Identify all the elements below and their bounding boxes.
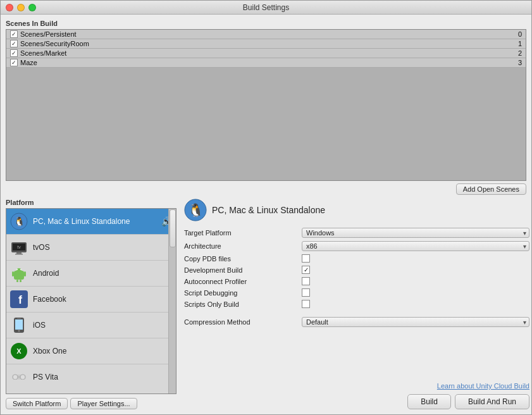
architecture-select-wrapper: x86 x86_64 <box>302 241 529 251</box>
scene-checkbox-0[interactable]: ✓ <box>10 30 18 38</box>
right-bottom: Learn about Unity Cloud Build Build Buil… <box>184 327 529 409</box>
tvos-icon: tv <box>10 238 28 256</box>
copy-pdb-label: Copy PDB files <box>184 255 298 263</box>
target-platform-select-wrapper: Windows Mac OS X Linux <box>302 228 529 238</box>
platform-item-label-xboxone: Xbox One <box>33 347 66 356</box>
compression-method-value: Default LZ4 LZ4HC <box>302 317 529 327</box>
platform-item-label-pc: PC, Mac & Linux Standalone <box>33 217 130 226</box>
svg-rect-18 <box>15 319 23 330</box>
scrollbar-thumb[interactable] <box>170 209 176 247</box>
build-and-run-button[interactable]: Build And Run <box>455 394 529 409</box>
script-debugging-value <box>302 288 529 297</box>
script-debugging-checkbox[interactable] <box>302 288 310 297</box>
ios-icon <box>10 316 28 334</box>
scene-num-0: 0 <box>518 30 522 38</box>
main-content: Scenes In Build ✓ Scenes/Persistent 0 ✓ … <box>1 15 531 414</box>
scenes-list: ✓ Scenes/Persistent 0 ✓ Scenes/SecurityR… <box>6 29 526 181</box>
svg-rect-8 <box>16 268 22 272</box>
compression-method-label: Compression Method <box>184 318 298 326</box>
autoconnect-profiler-value <box>302 277 529 285</box>
build-settings-window: Build Settings Scenes In Build ✓ Scenes/… <box>0 0 532 415</box>
platform-item-android[interactable]: Android <box>6 261 176 287</box>
scene-name-2: Scenes/Market <box>20 49 66 57</box>
platform-item-label-android: Android <box>33 269 59 278</box>
copy-pdb-checkbox[interactable] <box>302 254 310 263</box>
platform-item-ios[interactable]: iOS <box>6 313 176 338</box>
svg-rect-7 <box>14 271 24 280</box>
svg-text:🐧: 🐧 <box>188 202 204 218</box>
psvita-icon <box>10 368 28 380</box>
scene-name-1: Scenes/SecurityRoom <box>20 40 89 47</box>
platform-label: Platform <box>6 199 176 206</box>
scene-item-2[interactable]: ✓ Scenes/Market 2 <box>6 49 526 58</box>
target-platform-label: Target Platform <box>184 229 298 237</box>
scripts-only-build-value <box>302 300 529 308</box>
build-button[interactable]: Build <box>407 394 451 409</box>
architecture-label: Architecture <box>184 242 298 250</box>
compression-select[interactable]: Default LZ4 LZ4HC <box>302 317 529 327</box>
platform-item-tvos[interactable]: tv tvOS <box>6 235 176 261</box>
xboxone-icon: X <box>10 342 28 360</box>
platform-item-xboxone[interactable]: X Xbox One <box>6 338 176 364</box>
svg-point-10 <box>20 269 22 270</box>
svg-point-24 <box>13 375 18 380</box>
compression-row: Compression Method Default LZ4 LZ4HC <box>184 317 529 327</box>
svg-rect-13 <box>16 280 18 282</box>
platform-item-label-ios: iOS <box>33 321 46 330</box>
svg-text:f: f <box>18 294 23 306</box>
scene-num-2: 2 <box>518 49 522 57</box>
scene-name-3: Maze <box>20 59 37 66</box>
autoconnect-profiler-label: Autoconnect Profiler <box>184 278 298 285</box>
svg-text:tv: tv <box>17 245 21 249</box>
scrollbar[interactable] <box>168 209 176 393</box>
target-platform-select[interactable]: Windows Mac OS X Linux <box>302 228 529 238</box>
svg-rect-14 <box>20 280 22 282</box>
player-settings-button[interactable]: Player Settings... <box>70 398 137 409</box>
scene-item-0[interactable]: ✓ Scenes/Persistent 0 <box>6 30 526 39</box>
scene-item-1[interactable]: ✓ Scenes/SecurityRoom 1 <box>6 39 526 49</box>
copy-pdb-value <box>302 254 529 263</box>
scene-item-3[interactable]: ✓ Maze 3 <box>6 58 526 68</box>
scripts-only-build-checkbox[interactable] <box>302 300 310 308</box>
traffic-lights <box>6 4 36 11</box>
platform-item-psvita[interactable]: PS Vita <box>6 364 176 380</box>
switch-platform-button[interactable]: Switch Platform <box>6 398 68 409</box>
compression-select-wrapper: Default LZ4 LZ4HC <box>302 317 529 327</box>
scene-checkbox-2[interactable]: ✓ <box>10 49 18 57</box>
platform-item-pc[interactable]: 🐧 PC, Mac & Linux Standalone 🔊 <box>6 209 176 235</box>
scene-num-3: 3 <box>518 59 522 66</box>
cloud-build-link[interactable]: Learn about Unity Cloud Build <box>437 382 529 390</box>
svg-text:🐧: 🐧 <box>14 216 25 227</box>
platform-item-facebook[interactable]: f Facebook <box>6 287 176 313</box>
svg-point-19 <box>18 330 20 332</box>
platform-item-label-facebook: Facebook <box>33 295 66 304</box>
development-build-checkbox[interactable] <box>302 266 310 274</box>
svg-text:X: X <box>16 347 22 355</box>
scene-name-0: Scenes/Persistent <box>20 30 77 38</box>
autoconnect-profiler-checkbox[interactable] <box>302 277 310 285</box>
android-icon <box>10 264 28 282</box>
maximize-button[interactable] <box>28 4 36 11</box>
platform-item-label-tvos: tvOS <box>33 243 50 252</box>
platform-big-icon: 🐧 <box>184 199 207 221</box>
platform-list: 🐧 PC, Mac & Linux Standalone 🔊 <box>6 208 176 394</box>
close-button[interactable] <box>6 4 13 11</box>
svg-point-25 <box>20 375 25 380</box>
add-open-scenes-button[interactable]: Add Open Scenes <box>456 183 526 195</box>
title-bar: Build Settings <box>1 1 531 15</box>
platform-footer: Switch Platform Player Settings... <box>6 398 176 409</box>
svg-rect-20 <box>17 318 21 319</box>
scene-checkbox-3[interactable]: ✓ <box>10 59 18 66</box>
target-platform-value: Windows Mac OS X Linux <box>302 228 529 238</box>
architecture-value: x86 x86_64 <box>302 241 529 251</box>
action-buttons: Build Build And Run <box>184 394 529 409</box>
architecture-select[interactable]: x86 x86_64 <box>302 241 529 251</box>
platform-scroll-area: 🐧 PC, Mac & Linux Standalone 🔊 <box>6 209 176 380</box>
scene-checkbox-1[interactable]: ✓ <box>10 40 18 47</box>
pc-icon: 🐧 <box>10 213 28 230</box>
platform-sidebar: Platform 🐧 PC, Mac & Linux Standalone <box>6 199 176 409</box>
svg-rect-11 <box>12 271 14 276</box>
platform-title: PC, Mac & Linux Standalone <box>212 205 325 215</box>
minimize-button[interactable] <box>17 4 25 11</box>
svg-point-26 <box>18 376 20 378</box>
